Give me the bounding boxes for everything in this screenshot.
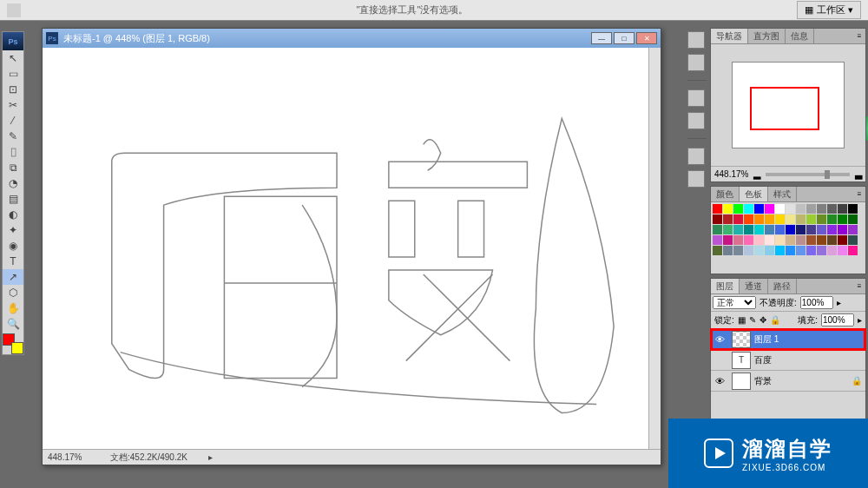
swatch-cell[interactable] [733,204,743,214]
swatch-cell[interactable] [817,214,826,224]
visibility-eye-icon[interactable]: 👁 [711,334,728,345]
swatch-cell[interactable] [848,235,858,245]
layer-row[interactable]: 👁背景🔒 [711,371,865,392]
document-titlebar[interactable]: Ps 未标题-1 @ 448% (图层 1, RGB/8) — □ ✕ [43,29,661,48]
swatch-cell[interactable] [733,246,743,255]
blend-mode-select[interactable]: 正常 [713,296,756,309]
swatch-cell[interactable] [817,246,826,255]
swatch-cell[interactable] [806,225,816,234]
vertical-scrollbar[interactable] [648,48,661,449]
tool-10[interactable]: ◐ [3,207,23,222]
history-panel-icon[interactable] [687,31,705,49]
swatch-cell[interactable] [827,246,837,255]
minimize-button[interactable]: — [591,32,612,44]
swatch-cell[interactable] [733,225,743,234]
tool-16[interactable]: ✋ [3,300,23,316]
document-canvas[interactable] [43,48,648,449]
swatch-cell[interactable] [848,246,858,255]
swatch-cell[interactable] [848,214,858,224]
swatch-cell[interactable] [754,214,764,224]
background-color[interactable] [11,342,23,354]
navigator-viewport-rect[interactable] [750,87,819,130]
tool-15[interactable]: ⬡ [3,285,23,300]
swatch-cell[interactable] [744,204,753,214]
tool-9[interactable]: ▤ [3,191,23,207]
tab-styles[interactable]: 样式 [768,187,797,201]
swatch-cell[interactable] [848,204,858,214]
zoom-level[interactable]: 448.17% [48,452,93,462]
swatch-cell[interactable] [806,246,816,255]
swatch-cell[interactable] [765,225,774,234]
zoom-slider[interactable] [766,173,850,176]
swatch-cell[interactable] [838,246,847,255]
swatch-cell[interactable] [765,235,774,245]
swatch-cell[interactable] [827,214,837,224]
swatch-cell[interactable] [848,225,858,234]
fill-arrow-icon[interactable]: ▸ [858,315,862,325]
tool-14[interactable]: ↗ [3,269,23,285]
swatch-cell[interactable] [713,214,722,224]
panel-menu-icon[interactable]: ≡ [853,29,865,43]
swatch-cell[interactable] [744,246,753,255]
tab-paths[interactable]: 路径 [768,279,797,293]
swatch-cell[interactable] [754,235,764,245]
swatch-cell[interactable] [827,235,837,245]
swatch-cell[interactable] [713,246,722,255]
character-panel-icon[interactable] [687,89,705,107]
swatch-cell[interactable] [796,214,806,224]
swatch-cell[interactable] [723,235,733,245]
swatch-cell[interactable] [806,235,816,245]
layer-row[interactable]: T百度 [711,350,865,371]
swatch-cell[interactable] [723,246,733,255]
tab-swatches[interactable]: 色板 [740,187,768,201]
layer-row[interactable]: 👁图层 1 [711,329,865,350]
layer-thumbnail[interactable]: T [732,352,751,369]
swatch-cell[interactable] [775,246,785,255]
swatch-cell[interactable] [775,225,785,234]
layer-thumbnail[interactable] [732,331,751,348]
swatch-cell[interactable] [838,225,847,234]
close-button[interactable]: ✕ [636,32,657,44]
zoom-out-icon[interactable]: ▂ [753,168,760,180]
maximize-button[interactable]: □ [614,32,635,44]
tool-3[interactable]: ✂ [3,97,23,113]
swatch-cell[interactable] [723,204,733,214]
tab-channels[interactable]: 通道 [740,279,768,293]
info-arrow-icon[interactable]: ▸ [208,452,213,462]
tool-preset-icon[interactable] [7,3,21,17]
swatch-cell[interactable] [786,235,795,245]
swatch-cell[interactable] [754,204,764,214]
swatch-cell[interactable] [796,225,806,234]
tool-1[interactable]: ▭ [3,66,23,82]
tab-color[interactable]: 颜色 [711,187,740,201]
swatch-cell[interactable] [796,235,806,245]
swatch-cell[interactable] [806,214,816,224]
tool-5[interactable]: ✎ [3,129,23,144]
navigator-zoom[interactable]: 448.17% [714,169,748,179]
swatch-cell[interactable] [838,214,847,224]
swatch-cell[interactable] [775,235,785,245]
tool-7[interactable]: ⧉ [3,160,23,175]
brush-panel-icon[interactable] [687,148,705,165]
fill-input[interactable] [821,313,854,326]
tool-12[interactable]: ◉ [3,238,23,254]
lock-transparency-icon[interactable]: ▦ [738,315,746,325]
swatch-cell[interactable] [744,235,753,245]
tab-navigator[interactable]: 导航器 [711,29,748,43]
swatch-cell[interactable] [754,225,764,234]
opacity-arrow-icon[interactable]: ▸ [837,298,841,307]
swatch-cell[interactable] [754,246,764,255]
panel-menu-icon[interactable]: ≡ [853,187,865,201]
visibility-eye-icon[interactable]: 👁 [711,376,728,386]
opacity-input[interactable] [800,296,833,309]
tool-17[interactable]: 🔍 [3,316,23,332]
tab-histogram[interactable]: 直方图 [748,29,786,43]
color-swatches[interactable] [3,333,23,354]
swatch-cell[interactable] [817,204,826,214]
swatch-cell[interactable] [723,214,733,224]
tool-6[interactable]: ⌷ [3,144,23,160]
swatch-cell[interactable] [796,246,806,255]
tool-2[interactable]: ⊡ [3,82,23,97]
zoom-in-icon[interactable]: ▃ [855,168,862,180]
swatch-cell[interactable] [765,204,774,214]
